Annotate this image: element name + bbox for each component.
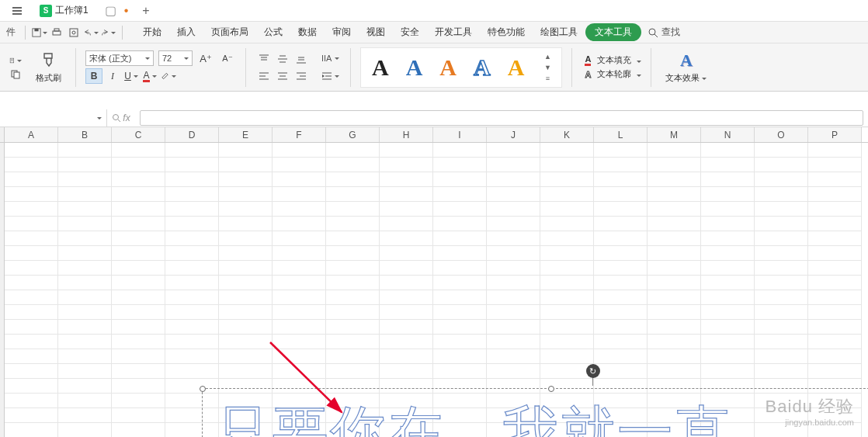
cell[interactable] — [273, 305, 326, 320]
cell[interactable] — [487, 320, 540, 335]
cell[interactable] — [58, 320, 112, 335]
cell[interactable] — [594, 187, 648, 202]
cell[interactable] — [808, 320, 862, 335]
font-size-select[interactable]: 72 — [158, 50, 193, 66]
cell[interactable] — [5, 202, 58, 217]
cell[interactable] — [701, 246, 755, 261]
cell[interactable] — [487, 290, 540, 305]
cell[interactable] — [380, 335, 433, 349]
cell[interactable] — [58, 394, 112, 408]
cell[interactable] — [5, 364, 58, 379]
cell[interactable] — [112, 276, 165, 290]
undo-icon[interactable] — [83, 26, 99, 40]
gallery-down-icon[interactable]: ▼ — [541, 64, 554, 71]
text-fill-button[interactable]: A 文本填充 — [582, 54, 641, 67]
col-header[interactable]: M — [648, 127, 701, 142]
cell[interactable] — [219, 305, 273, 320]
cell[interactable] — [755, 246, 808, 261]
cell[interactable] — [648, 335, 701, 349]
text-outline-button[interactable]: A 文本轮廓 — [582, 68, 641, 81]
cell[interactable] — [58, 217, 112, 231]
cell[interactable] — [326, 246, 380, 261]
save-icon[interactable] — [32, 26, 47, 40]
cell[interactable] — [648, 349, 701, 364]
cell[interactable] — [648, 202, 701, 217]
cell[interactable] — [594, 217, 648, 231]
gallery-more-icon[interactable]: ≡ — [541, 75, 554, 82]
cell[interactable] — [433, 320, 487, 335]
cell[interactable] — [487, 231, 540, 246]
cell[interactable] — [326, 290, 380, 305]
cell[interactable] — [433, 202, 487, 217]
cell[interactable] — [594, 305, 648, 320]
cell[interactable] — [540, 246, 594, 261]
cell[interactable] — [433, 364, 487, 379]
cell[interactable] — [648, 290, 701, 305]
cell[interactable] — [380, 187, 433, 202]
cell[interactable] — [165, 246, 219, 261]
cell[interactable] — [808, 290, 862, 305]
cell[interactable] — [219, 290, 273, 305]
cell[interactable] — [112, 261, 165, 276]
cell[interactable] — [112, 187, 165, 202]
cell[interactable] — [380, 364, 433, 379]
tab-text-tools[interactable]: 文本工具 — [585, 23, 641, 41]
cell[interactable] — [112, 423, 165, 437]
cell[interactable] — [808, 305, 862, 320]
tab-review[interactable]: 审阅 — [325, 23, 359, 42]
cell[interactable] — [273, 217, 326, 231]
col-header[interactable]: N — [701, 127, 755, 142]
cell[interactable] — [380, 143, 433, 158]
cell[interactable] — [701, 276, 755, 290]
rotate-handle[interactable]: ↻ — [586, 364, 600, 378]
cell[interactable] — [487, 187, 540, 202]
cell[interactable] — [326, 335, 380, 349]
cell[interactable] — [755, 172, 808, 187]
cell[interactable] — [594, 172, 648, 187]
cell[interactable] — [755, 261, 808, 276]
cell[interactable] — [112, 172, 165, 187]
cell[interactable] — [808, 364, 862, 379]
cell[interactable] — [540, 261, 594, 276]
cell[interactable] — [326, 320, 380, 335]
cell[interactable] — [701, 261, 755, 276]
cell[interactable] — [5, 246, 58, 261]
cell[interactable] — [540, 202, 594, 217]
font-color-button[interactable]: A — [141, 68, 158, 84]
cell[interactable] — [165, 320, 219, 335]
print-preview-icon[interactable] — [66, 26, 82, 40]
align-bottom-icon[interactable] — [293, 51, 310, 67]
cell[interactable] — [58, 187, 112, 202]
col-header[interactable]: H — [380, 127, 433, 142]
cell[interactable] — [58, 158, 112, 172]
cell[interactable] — [165, 290, 219, 305]
cell[interactable] — [808, 158, 862, 172]
cell[interactable] — [165, 276, 219, 290]
cell[interactable] — [540, 305, 594, 320]
cell[interactable] — [433, 217, 487, 231]
cell[interactable] — [112, 290, 165, 305]
tab-developer[interactable]: 开发工具 — [427, 23, 480, 42]
cell[interactable] — [487, 335, 540, 349]
cell[interactable] — [273, 158, 326, 172]
cell[interactable] — [58, 261, 112, 276]
cell[interactable] — [112, 202, 165, 217]
gallery-up-icon[interactable]: ▲ — [541, 53, 554, 61]
cell[interactable] — [5, 408, 58, 423]
cell[interactable] — [273, 335, 326, 349]
cell[interactable] — [433, 143, 487, 158]
cell[interactable] — [273, 231, 326, 246]
underline-button[interactable]: U — [123, 68, 140, 84]
cell[interactable] — [326, 158, 380, 172]
new-tab-button[interactable]: + — [142, 4, 149, 18]
cell[interactable] — [594, 158, 648, 172]
cell[interactable] — [540, 217, 594, 231]
cell[interactable] — [594, 246, 648, 261]
cell[interactable] — [165, 261, 219, 276]
cell[interactable] — [808, 143, 862, 158]
cell[interactable] — [112, 158, 165, 172]
cell[interactable] — [755, 276, 808, 290]
cell[interactable] — [112, 305, 165, 320]
cell[interactable] — [5, 187, 58, 202]
cell[interactable] — [58, 143, 112, 158]
